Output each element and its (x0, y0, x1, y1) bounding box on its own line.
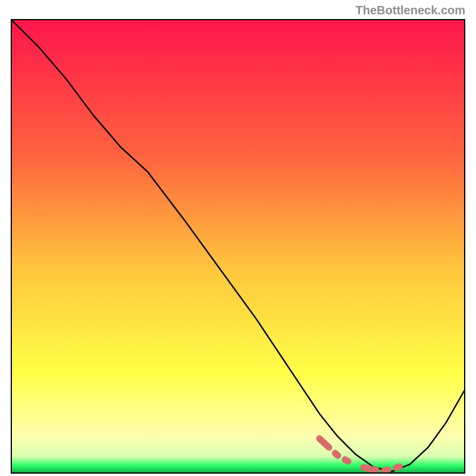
chart-svg (12, 20, 464, 472)
watermark-text: TheBottleneck.com (356, 4, 465, 17)
chart-frame (11, 19, 465, 474)
gradient-background (12, 20, 464, 472)
